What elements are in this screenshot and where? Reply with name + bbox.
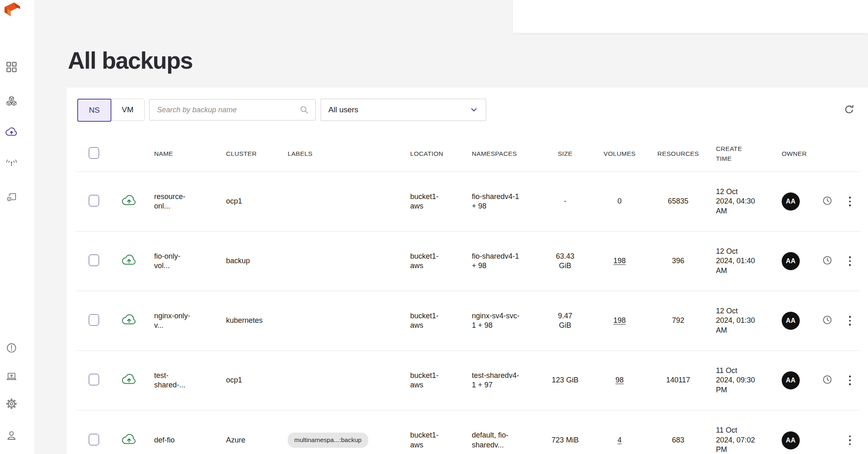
row-checkbox[interactable] — [89, 255, 99, 266]
backup-name[interactable]: test-shared-... — [154, 371, 193, 390]
cluster-name: backup — [220, 256, 282, 266]
owner-avatar: AA — [782, 192, 800, 211]
resources-count: 792 — [647, 316, 709, 325]
col-resources: RESOURCES — [647, 149, 709, 158]
row-menu-button[interactable] — [846, 435, 854, 445]
cloud-backup-icon — [121, 314, 137, 326]
owner-avatar: AA — [782, 312, 800, 330]
dashboard-icon[interactable] — [5, 61, 18, 73]
location: bucket1-aws — [410, 252, 443, 271]
search-input[interactable] — [157, 106, 299, 114]
sidebar — [0, 0, 34, 454]
row-checkbox[interactable] — [89, 195, 99, 206]
node-register-icon[interactable] — [5, 371, 18, 383]
top-right-panel — [513, 0, 868, 33]
namespaces: default, fio-sharedv... — [472, 431, 520, 450]
cluster-name: ocp1 — [220, 197, 282, 206]
cloud-backup-icon — [121, 255, 137, 266]
select-all-checkbox[interactable] — [89, 147, 99, 159]
row-menu-button[interactable] — [846, 375, 854, 385]
schedule-clock-icon[interactable] — [822, 374, 833, 385]
refresh-button[interactable] — [843, 104, 855, 115]
clusters-icon[interactable] — [5, 95, 18, 107]
resources-count: 396 — [647, 256, 709, 266]
resources-count: 683 — [647, 435, 709, 445]
create-time: 12 Oct 2024, 04:30 AM — [716, 187, 756, 216]
namespaces: fio-sharedv4-1 + 98 — [472, 192, 520, 211]
location: bucket1-aws — [410, 371, 443, 390]
owner-avatar: AA — [782, 371, 800, 389]
alerts-icon[interactable] — [5, 342, 18, 354]
backup-name[interactable]: nginx-only-v... — [154, 311, 196, 331]
label-chip: multinamespa...:backup — [288, 433, 368, 447]
portworx-logo[interactable] — [3, 1, 21, 18]
size: - — [551, 197, 579, 206]
volumes-link[interactable]: 98 — [615, 376, 623, 384]
schedule-clock-icon[interactable] — [822, 255, 833, 266]
resources-count: 65835 — [647, 197, 709, 206]
row-checkbox[interactable] — [89, 434, 99, 445]
location: bucket1-aws — [410, 192, 443, 211]
size: 123 GiB — [549, 375, 582, 385]
owner-avatar: AA — [782, 431, 800, 449]
row-menu-button[interactable] — [846, 197, 854, 206]
chevron-down-icon — [469, 105, 478, 114]
app-window: All backups NS VM All users — [0, 0, 868, 454]
col-namespaces: NAMESPACES — [466, 149, 538, 158]
licenses-icon[interactable] — [5, 191, 18, 203]
schedule-clock-icon[interactable] — [822, 315, 833, 325]
create-time: 12 Oct 2024, 01:30 AM — [716, 306, 756, 335]
cloud-backup-icon — [121, 374, 137, 385]
col-volumes: VOLUMES — [592, 149, 647, 158]
volumes-link[interactable]: 198 — [613, 257, 626, 265]
col-cluster: CLUSTER — [220, 149, 282, 158]
backup-name[interactable]: def-fio — [154, 436, 175, 444]
search-box — [149, 99, 316, 120]
col-location: LOCATION — [405, 149, 466, 158]
settings-icon[interactable] — [5, 398, 18, 410]
row-checkbox[interactable] — [89, 314, 99, 326]
broadcast-icon[interactable] — [5, 157, 18, 169]
col-name: NAME — [148, 149, 220, 158]
search-icon — [299, 104, 309, 115]
location: bucket1-aws — [410, 431, 443, 450]
size: 9.47 GiB — [551, 311, 579, 331]
col-labels: LABELS — [282, 149, 405, 158]
table-row: fio-only-vol... backup bucket1-aws fio-s… — [76, 232, 860, 291]
cloud-backup-icon — [121, 434, 137, 445]
volumes-link[interactable]: 198 — [613, 316, 626, 324]
owner-avatar: AA — [782, 252, 800, 270]
backup-name[interactable]: fio-only-vol... — [154, 252, 196, 271]
users-filter-value: All users — [328, 105, 358, 114]
table-row: def-fio Azure multinamespa...:backup buc… — [76, 410, 860, 454]
volumes-link[interactable]: 4 — [617, 436, 621, 444]
backups-icon[interactable] — [5, 126, 18, 138]
row-checkbox[interactable] — [89, 374, 99, 385]
users-filter-select[interactable]: All users — [321, 99, 486, 121]
schedule-clock-icon[interactable] — [822, 195, 833, 206]
table-header-row: NAME CLUSTER LABELS LOCATION NAMESPACES … — [76, 136, 860, 172]
namespaces: nginx-sv4-svc-1 + 98 — [472, 311, 520, 331]
backups-table: NAME CLUSTER LABELS LOCATION NAMESPACES … — [76, 136, 860, 454]
size: 723 MiB — [551, 435, 579, 445]
toggle-ns-button[interactable]: NS — [77, 99, 111, 122]
namespaces: fio-sharedv4-1 + 98 — [472, 252, 520, 271]
toggle-vm-button[interactable]: VM — [111, 99, 144, 120]
col-owner: OWNER — [773, 149, 822, 158]
row-menu-button[interactable] — [846, 256, 854, 266]
toolbar: NS VM All users — [77, 99, 858, 121]
cluster-name: kubernetes — [220, 316, 282, 325]
create-time: 11 Oct 2024, 09:30 PM — [716, 366, 756, 395]
create-time: 11 Oct 2024, 07:02 PM — [716, 426, 756, 454]
size: 63.43 GiB — [551, 252, 579, 271]
volumes-count: 0 — [592, 197, 647, 206]
cloud-backup-icon — [121, 195, 137, 206]
resources-count: 140117 — [647, 375, 709, 385]
namespaces: test-sharedv4-1 + 97 — [472, 371, 520, 390]
profile-icon[interactable] — [5, 429, 18, 442]
table-row: nginx-only-v... kubernetes bucket1-aws n… — [76, 291, 860, 351]
table-row: resource-onl... ocp1 bucket1-aws fio-sha… — [76, 172, 860, 232]
create-time: 12 Oct 2024, 01:40 AM — [716, 247, 756, 276]
backup-name[interactable]: resource-onl... — [154, 192, 196, 211]
row-menu-button[interactable] — [846, 316, 854, 326]
